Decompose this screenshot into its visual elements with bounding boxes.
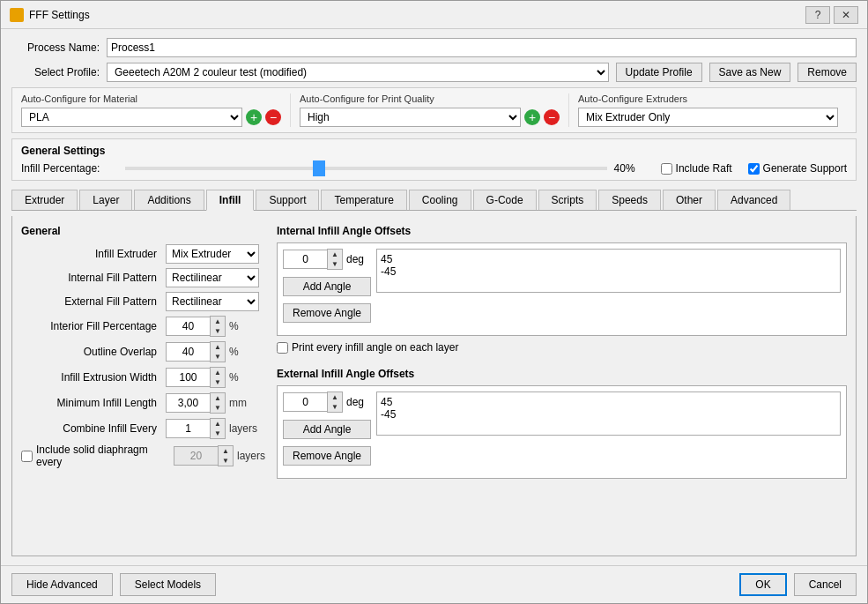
infill-extrusion-width-input[interactable] — [166, 368, 210, 387]
internal-fill-pattern-select[interactable]: Rectilinear Grid Triangles — [166, 268, 259, 287]
outline-overlap-input[interactable] — [166, 342, 210, 362]
include-raft-checkbox[interactable] — [661, 163, 672, 175]
combine-infill-down[interactable]: ▼ — [211, 429, 225, 438]
tab-extruder[interactable]: Extruder — [11, 190, 78, 210]
combine-infill-label: Combine Infill Every — [21, 422, 162, 435]
titlebar-buttons: ? ✕ — [805, 6, 858, 24]
external-add-angle-button[interactable]: Add Angle — [283, 420, 371, 439]
tab-other[interactable]: Other — [663, 190, 716, 210]
window-title: FFF Settings — [29, 9, 90, 21]
print-every-angle-row: Print every infill angle on each layer — [277, 341, 847, 354]
min-infill-length-up[interactable]: ▲ — [211, 393, 225, 403]
save-as-new-button[interactable]: Save as New — [709, 63, 791, 82]
remove-quality-button[interactable]: − — [544, 109, 560, 125]
internal-add-angle-button[interactable]: Add Angle — [283, 277, 371, 296]
external-deg-up[interactable]: ▲ — [328, 392, 342, 402]
select-models-button[interactable]: Select Models — [120, 573, 216, 596]
close-button[interactable]: ✕ — [834, 6, 858, 24]
interior-fill-pct-down[interactable]: ▼ — [211, 326, 225, 336]
hide-advanced-button[interactable]: Hide Advanced — [11, 573, 113, 596]
tab-support[interactable]: Support — [256, 190, 319, 210]
outline-overlap-label: Outline Overlap — [21, 346, 162, 358]
help-button[interactable]: ? — [805, 6, 830, 24]
interior-fill-pct-row: Interior Fill Percentage ▲ ▼ % — [21, 316, 259, 337]
min-infill-length-input[interactable] — [166, 393, 210, 413]
autoconfig-material-group: Auto-Configure for Material PLA ABS + − — [21, 93, 291, 127]
infill-slider-container — [125, 167, 607, 170]
bottom-right-buttons: OK Cancel — [739, 573, 857, 596]
internal-remove-angle-button[interactable]: Remove Angle — [283, 303, 371, 323]
internal-angle-section: Internal Infill Angle Offsets ▲ ▼ — [277, 225, 847, 354]
tab-speeds[interactable]: Speeds — [598, 190, 661, 210]
solid-diaphragm-input[interactable] — [174, 446, 218, 466]
app-icon — [10, 8, 24, 22]
include-raft-label: Include Raft — [676, 162, 732, 175]
process-name-input[interactable] — [107, 38, 857, 57]
tab-gcode[interactable]: G-Code — [473, 190, 537, 210]
ok-button[interactable]: OK — [739, 573, 786, 596]
internal-angle-value: -45 — [381, 265, 836, 278]
outline-overlap-spinbox: ▲ ▼ — [166, 341, 226, 362]
internal-angle-list: 45 -45 — [376, 249, 841, 293]
tab-cooling[interactable]: Cooling — [409, 190, 471, 210]
solid-diaphragm-checkbox[interactable] — [21, 451, 33, 462]
tab-scripts[interactable]: Scripts — [538, 190, 597, 210]
autoconfig-extruder-label: Auto-Configure Extruders — [578, 93, 838, 104]
external-deg-down[interactable]: ▼ — [328, 402, 342, 412]
combine-infill-input[interactable] — [166, 419, 210, 438]
combine-infill-row: Combine Infill Every ▲ ▼ layers — [21, 418, 259, 439]
outline-overlap-down[interactable]: ▼ — [211, 352, 225, 362]
tab-content-infill: General Infill Extruder Mix Extruder Lef… — [11, 216, 857, 556]
material-select[interactable]: PLA ABS — [21, 108, 242, 127]
add-quality-button[interactable]: + — [524, 109, 540, 125]
infill-general-title: General — [21, 225, 259, 237]
infill-extrusion-width-down[interactable]: ▼ — [211, 377, 225, 387]
infill-extrusion-width-spin-btns: ▲ ▼ — [210, 367, 226, 388]
infill-right-panel: Internal Infill Angle Offsets ▲ ▼ — [277, 225, 847, 547]
remove-button[interactable]: Remove — [798, 63, 857, 82]
tab-layer[interactable]: Layer — [79, 190, 132, 210]
infill-slider[interactable] — [125, 167, 607, 170]
tab-additions[interactable]: Additions — [134, 190, 204, 210]
bottom-bar: Hide Advanced Select Models OK Cancel — [1, 565, 867, 603]
autoconfig-material-row: PLA ABS + − — [21, 108, 281, 127]
update-profile-button[interactable]: Update Profile — [616, 63, 702, 82]
interior-fill-pct-up[interactable]: ▲ — [211, 317, 225, 326]
solid-diaphragm-unit: layers — [237, 450, 259, 462]
quality-select[interactable]: High Medium Low — [300, 108, 521, 127]
internal-deg-up[interactable]: ▲ — [328, 250, 342, 259]
internal-angle-value: 45 — [381, 253, 836, 265]
autoconfig-material-label: Auto-Configure for Material — [21, 93, 281, 104]
infill-extrusion-width-up[interactable]: ▲ — [211, 368, 225, 377]
combine-infill-up[interactable]: ▲ — [211, 419, 225, 429]
outline-overlap-up[interactable]: ▲ — [211, 342, 225, 352]
content-area: Process Name: Select Profile: Geeetech A… — [1, 29, 867, 565]
profile-select[interactable]: Geeetech A20M 2 couleur test (modified) — [107, 63, 609, 82]
infill-extruder-select[interactable]: Mix Extruder Left Extruder Right Extrude… — [166, 244, 259, 264]
internal-deg-input[interactable] — [283, 250, 327, 269]
titlebar-left: FFF Settings — [10, 8, 90, 22]
external-deg-input[interactable] — [283, 392, 327, 412]
tab-advanced[interactable]: Advanced — [717, 190, 790, 210]
solid-diaphragm-up[interactable]: ▲ — [219, 446, 233, 456]
solid-diaphragm-down[interactable]: ▼ — [219, 456, 233, 466]
combine-infill-spinbox: ▲ ▼ — [166, 418, 226, 439]
internal-deg-down[interactable]: ▼ — [328, 259, 342, 269]
min-infill-length-down[interactable]: ▼ — [211, 403, 225, 413]
external-fill-pattern-select[interactable]: Rectilinear Grid — [166, 292, 259, 311]
remove-material-button[interactable]: − — [265, 109, 281, 125]
print-every-checkbox[interactable] — [277, 342, 288, 354]
add-material-button[interactable]: + — [246, 109, 262, 125]
internal-angle-controls: ▲ ▼ deg Add Angle Remove Angle — [277, 242, 847, 336]
extruder-select[interactable]: Mix Extruder Only Left Extruder Right Ex… — [578, 108, 838, 127]
internal-deg-spin-btns: ▲ ▼ — [327, 249, 343, 270]
infill-extruder-label: Infill Extruder — [21, 248, 162, 260]
interior-fill-pct-input[interactable] — [166, 317, 210, 336]
generate-support-checkbox[interactable] — [748, 163, 760, 175]
external-deg-input-row: ▲ ▼ deg — [283, 391, 371, 413]
cancel-button[interactable]: Cancel — [794, 573, 857, 596]
tab-temperature[interactable]: Temperature — [321, 190, 406, 210]
main-window: FFF Settings ? ✕ Process Name: Select Pr… — [0, 0, 868, 604]
external-remove-angle-button[interactable]: Remove Angle — [283, 446, 371, 466]
tab-infill[interactable]: Infill — [206, 190, 255, 211]
